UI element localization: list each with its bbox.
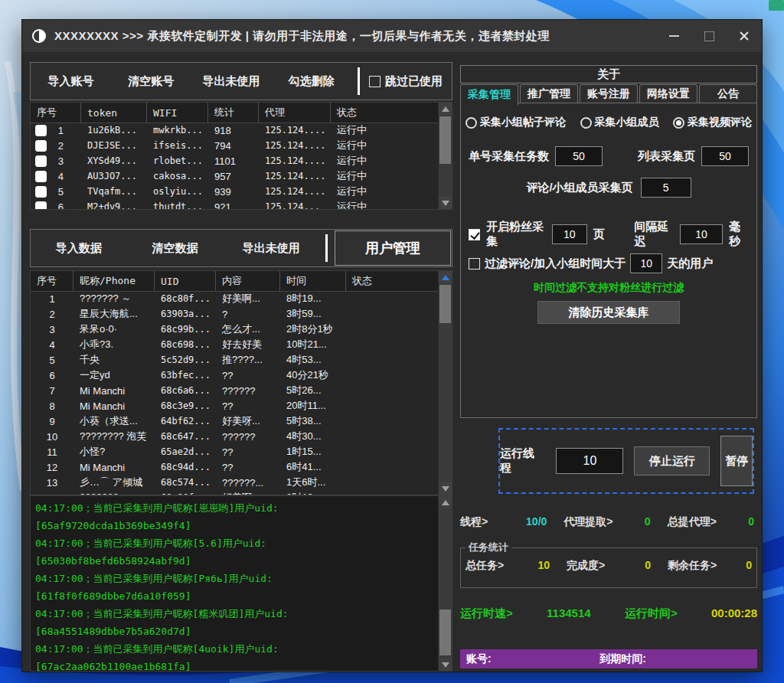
scroll-down-icon[interactable] [439,197,452,209]
task-num-input[interactable] [555,146,603,166]
maximize-button[interactable] [691,20,727,52]
cell-status: 运行中 [331,139,439,152]
cell-token: 1u26kB... [81,125,147,136]
log-lines: 04:17:00；当前已采集到用户昵称[崽崽哟]用户uid: [65af9720… [31,496,439,671]
user-row[interactable]: 3 呆呆o·0· 68c99b... 怎么才... 2时8分1秒 [31,322,439,337]
skip-used-checkbox[interactable]: 跳过已使用 [366,74,452,89]
collect-panel: 采集小组帖子评论 采集小组成员 采集视频评论 单号采集任务数 列表采集页 评论/… [460,103,757,418]
scrollbar-thumb[interactable] [439,116,451,164]
radio-group-post-comment[interactable]: 采集小组帖子评论 [466,116,566,129]
row-checkbox[interactable] [35,201,47,210]
user-table-scrollbar[interactable] [438,271,452,495]
account-row[interactable]: 4 AU3JO7... cakosa... 957 125.124.... 运行… [31,168,439,184]
title-bar[interactable]: XXXXXXXX >>> 承接软件定制开发 | 请勿用于非法用途，一切后果与作者… [22,20,762,52]
account-label: 账号: [460,652,492,666]
window-title: XXXXXXXX >>> 承接软件定制开发 | 请勿用于非法用途，一切后果与作者… [54,29,550,44]
stop-run-button[interactable]: 停止运行 [634,446,710,475]
row-checkbox[interactable] [35,186,47,198]
scrollbar-thumb[interactable] [439,609,451,655]
pause-button[interactable]: 暂停 [720,436,753,486]
delay-input[interactable] [680,224,723,244]
close-button[interactable] [727,20,762,52]
delete-checked-button[interactable]: 勾选删除 [271,74,351,89]
user-row[interactable]: 5 千央 5c52d9... 推????... 4时53... [31,352,439,368]
clear-history-button[interactable]: 清除历史采集库 [537,301,680,324]
cell-wifi: mwkrkb... [147,125,208,136]
account-row[interactable]: 5 TVqafm... oslyiu... 939 125.124.... 运行… [31,184,439,199]
row-checkbox[interactable] [35,125,47,136]
scroll-up-icon[interactable] [439,271,452,283]
filter-time-checkbox[interactable] [469,258,480,270]
tab-promo-manage[interactable]: 推广管理 [520,84,578,103]
scrollbar-thumb[interactable] [439,285,451,323]
filter-days-input[interactable] [630,253,662,273]
user-row[interactable]: 9 小葵（求送... 64bf62... 好美呀... 5时38... [31,413,439,429]
export-unused-data-button[interactable]: 导出未使用 [223,241,319,256]
row-checkbox[interactable] [35,155,47,167]
user-row[interactable]: 2 星辰大海航... 63903a... ? 3时59... [31,306,439,322]
user-row[interactable]: 6 一定yd 63bfec... ?? 40分21秒 [31,368,439,383]
radio-video-comment[interactable]: 采集视频评论 [673,116,752,129]
checkbox-icon[interactable] [369,76,381,87]
cell-time: 4时53... [280,353,346,367]
maximize-icon [704,31,714,41]
row-index: 8 [31,400,74,412]
row-checkbox[interactable] [35,171,47,182]
account-table-scrollbar[interactable] [438,103,452,209]
remain-value: 0 [746,559,752,573]
run-speed-label: 运行时速> [460,606,513,621]
scroll-down-icon[interactable] [439,482,452,495]
user-row[interactable]: 1 ??????? ～ 68c80f... 好美啊... 8时19... [31,291,439,306]
col-header-uid: UID [155,271,216,291]
done-value: 0 [645,559,651,573]
radio-selected-icon[interactable] [673,117,684,129]
tab-collect-manage[interactable]: 采集管理 [460,84,518,105]
log-line: 04:17:00；当前已采集到用户昵称[4uoik]用户uid: [35,640,439,658]
list-page-input[interactable] [701,146,749,166]
account-row[interactable]: 3 XYSd49... rlobet... 1101 125.124.... 运… [31,153,439,168]
comment-page-input[interactable] [641,178,691,198]
user-row[interactable]: 7 Mi Manchi 68c6a6... ?????? 5时26... [31,383,439,398]
done-label: 完成度> [567,559,605,573]
scroll-down-icon[interactable] [439,658,452,671]
row-index: 2 [31,309,74,320]
cell-wifi: cakosa... [147,171,208,181]
cell-name: 彡…⌒ ア倾城 [74,475,155,489]
scroll-up-icon[interactable] [439,103,452,115]
user-row[interactable]: 14 ??????? ～ 68c80f... 好美啊... 8时19... [31,490,439,495]
log-scrollbar[interactable] [438,496,452,671]
filter-notice-text: 时间过滤不支持对粉丝进行过滤 [461,281,756,295]
fans-collect-checkbox[interactable] [469,229,480,240]
speed-row: 运行时速> 1134514 运行时间> 00:00:28 [460,606,757,621]
user-row[interactable]: 11 小怪? 65ae2d... ?? 1时15... [31,444,439,459]
scroll-up-icon[interactable] [439,496,452,508]
row-checkbox[interactable] [35,140,47,152]
export-unused-accounts-button[interactable]: 导出未使用 [191,74,272,89]
user-row[interactable]: 13 彡…⌒ ア倾城 68c574... ??????... 1天6时... [31,475,439,490]
import-accounts-button[interactable]: 导入账号 [31,74,111,89]
tab-announcement[interactable]: 公告 [699,84,757,103]
total-task-label: 总任务> [466,559,504,573]
user-manage-button[interactable]: 用户管理 [335,230,451,266]
clear-accounts-button[interactable]: 清空账号 [111,74,191,89]
cell-uid: 68c574... [155,477,216,488]
minimize-button[interactable] [656,20,691,52]
radio-group-member[interactable]: 采集小组成员 [580,116,659,129]
radio-icon[interactable] [466,117,477,129]
account-row[interactable]: 2 DJEJSE... ifseis... 794 125.124.... 运行… [31,138,439,153]
user-row[interactable]: 12 Mi Manchi 68c94d... ?? 6时41... [31,459,439,475]
fans-pages-input[interactable] [552,224,587,244]
tab-network-settings[interactable]: 网络设置 [639,84,697,103]
user-row[interactable]: 4 小乖?3. 68c698... 好去好美 10时21... [31,337,439,352]
account-row[interactable]: 6 M2+dv9... thutdt... 921 125.124... 运行中 [31,199,439,209]
import-data-button[interactable]: 导入数据 [31,241,127,256]
radio-icon[interactable] [580,117,592,129]
user-row[interactable]: 10 ???????? 泡芙 68c647... ?????? 4时30... [31,429,439,444]
cell-name: ??????? ～ [74,292,155,306]
user-row[interactable]: 8 Mi Manchi 68c3e9... ?? 20时11... [31,398,439,413]
about-button[interactable]: 关于 [460,65,757,83]
thread-count-input[interactable] [556,448,623,474]
clear-data-button[interactable]: 清空数据 [127,241,224,256]
account-row[interactable]: 1 1u26kB... mwkrkb... 918 125.124.... 运行… [31,123,439,138]
tab-account-register[interactable]: 账号注册 [580,84,638,103]
